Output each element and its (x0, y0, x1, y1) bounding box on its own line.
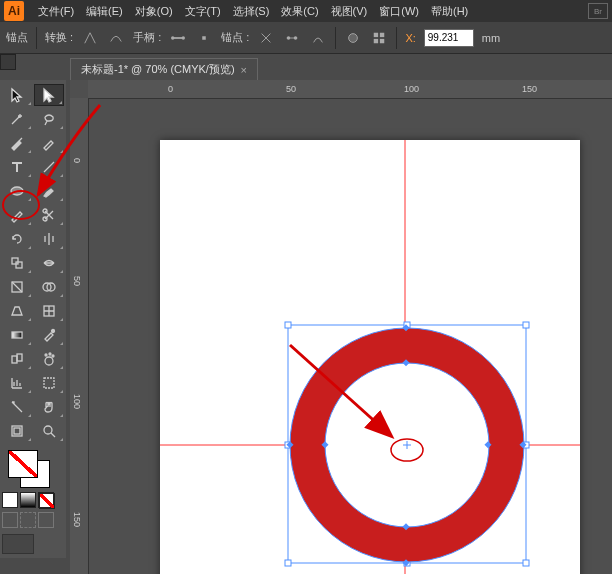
convert-label: 转换 : (45, 30, 73, 45)
pen-tool[interactable] (2, 132, 32, 154)
perspective-tool[interactable] (2, 300, 32, 322)
screen-mode-icon[interactable] (2, 534, 34, 554)
svg-rect-3 (203, 36, 207, 40)
menu-item[interactable]: 编辑(E) (80, 0, 129, 22)
shape-builder-tool[interactable] (34, 276, 64, 298)
selection-tool[interactable] (2, 84, 32, 106)
svg-rect-37 (523, 322, 529, 328)
svg-rect-9 (374, 38, 378, 42)
anchor-label: 锚点 (6, 30, 28, 45)
blend-tool[interactable] (2, 348, 32, 370)
handle-hide-icon[interactable] (195, 29, 213, 47)
type-tool[interactable] (2, 156, 32, 178)
gradient-mode-icon[interactable] (20, 492, 36, 508)
close-tab-icon[interactable]: × (241, 64, 247, 76)
connect-anchor-icon[interactable] (283, 29, 301, 47)
svg-rect-28 (44, 378, 54, 388)
svg-point-31 (44, 426, 52, 434)
remove-anchor-icon[interactable] (257, 29, 275, 47)
ruler-tick: 50 (286, 84, 296, 94)
reflect-tool[interactable] (34, 228, 64, 250)
svg-point-1 (171, 36, 175, 40)
svg-point-4 (287, 36, 291, 40)
menu-item[interactable]: 视图(V) (325, 0, 374, 22)
svg-rect-10 (380, 38, 384, 42)
none-mode-icon[interactable] (38, 492, 54, 508)
draw-normal-icon[interactable] (2, 512, 18, 528)
line-tool[interactable] (34, 156, 64, 178)
options-bar: 锚点 转换 : 手柄 : 锚点 : X: 99.231 mm (0, 22, 612, 54)
x-value-field[interactable]: 99.231 (424, 29, 474, 47)
svg-point-2 (182, 36, 186, 40)
mesh-tool[interactable] (34, 300, 64, 322)
ruler-tick: 150 (72, 512, 82, 527)
left-dock-collapse-icon[interactable] (0, 54, 16, 70)
convert-corner-icon[interactable] (81, 29, 99, 47)
menu-item[interactable]: 帮助(H) (425, 0, 474, 22)
menu-bar: Ai 文件(F)编辑(E)对象(O)文字(T)选择(S)效果(C)视图(V)窗口… (0, 0, 612, 22)
menu-item[interactable]: 文件(F) (32, 0, 80, 22)
rotate-tool[interactable] (2, 228, 32, 250)
ruler-tick: 100 (72, 394, 82, 409)
width-tool[interactable] (34, 252, 64, 274)
x-unit: mm (482, 32, 500, 44)
align-pixel-icon[interactable] (370, 29, 388, 47)
scissors-tool[interactable] (34, 204, 64, 226)
add-anchor-tool[interactable] (34, 132, 64, 154)
menu-item[interactable]: 效果(C) (275, 0, 324, 22)
document-tab-title: 未标题-1* @ 70% (CMYK/预览) (81, 62, 235, 77)
svg-rect-22 (12, 356, 17, 363)
gradient-tool[interactable] (2, 324, 32, 346)
hand-tool[interactable] (34, 396, 64, 418)
menu-item[interactable]: 文字(T) (179, 0, 227, 22)
direct-select-tool[interactable] (34, 84, 64, 106)
symbol-spray-tool[interactable] (34, 348, 64, 370)
svg-point-12 (43, 209, 47, 213)
draw-inside-icon[interactable] (38, 512, 54, 528)
graph-tool[interactable] (2, 372, 32, 394)
free-transform-tool[interactable] (2, 276, 32, 298)
scale-tool[interactable] (2, 252, 32, 274)
svg-point-25 (45, 354, 47, 356)
cut-anchor-icon[interactable] (309, 29, 327, 47)
pencil-tool[interactable] (2, 204, 32, 226)
color-mode-icon[interactable] (2, 492, 18, 508)
slice-tool[interactable] (2, 396, 32, 418)
magic-wand-tool[interactable] (2, 108, 32, 130)
handle-show-icon[interactable] (169, 29, 187, 47)
svg-point-5 (294, 36, 298, 40)
svg-rect-40 (285, 560, 291, 566)
zoom-tool[interactable] (34, 420, 64, 442)
ruler-horizontal[interactable]: 050100150200 (88, 80, 612, 99)
ruler-tick: 150 (522, 84, 537, 94)
svg-rect-7 (374, 32, 378, 36)
print-tiling-tool[interactable] (2, 420, 32, 442)
fill-stroke-swatch[interactable] (2, 448, 62, 488)
artboard[interactable] (160, 140, 580, 574)
convert-smooth-icon[interactable] (107, 29, 125, 47)
bridge-button[interactable]: Br (588, 3, 608, 19)
artwork (160, 140, 580, 574)
brush-tool[interactable] (34, 180, 64, 202)
anchors-label: 锚点 : (221, 30, 249, 45)
menu-item[interactable]: 对象(O) (129, 0, 179, 22)
ellipse-tool[interactable] (2, 180, 32, 202)
artboard-tool[interactable] (34, 372, 64, 394)
svg-rect-30 (14, 428, 20, 434)
menu-item[interactable]: 选择(S) (227, 0, 276, 22)
draw-behind-icon[interactable] (20, 512, 36, 528)
menu-item[interactable]: 窗口(W) (373, 0, 425, 22)
svg-point-13 (43, 217, 47, 221)
svg-rect-8 (380, 32, 384, 36)
svg-rect-42 (523, 560, 529, 566)
isolate-icon[interactable] (344, 29, 362, 47)
svg-point-27 (52, 355, 54, 357)
document-tab[interactable]: 未标题-1* @ 70% (CMYK/预览) × (70, 58, 258, 80)
svg-point-26 (49, 353, 51, 355)
lasso-tool[interactable] (34, 108, 64, 130)
eyedropper-tool[interactable] (34, 324, 64, 346)
fill-swatch[interactable] (8, 450, 38, 478)
ruler-vertical[interactable]: 050100150 (70, 98, 89, 574)
ruler-tick: 0 (72, 158, 82, 163)
work-area: 050100150200 050100150 (70, 80, 612, 574)
